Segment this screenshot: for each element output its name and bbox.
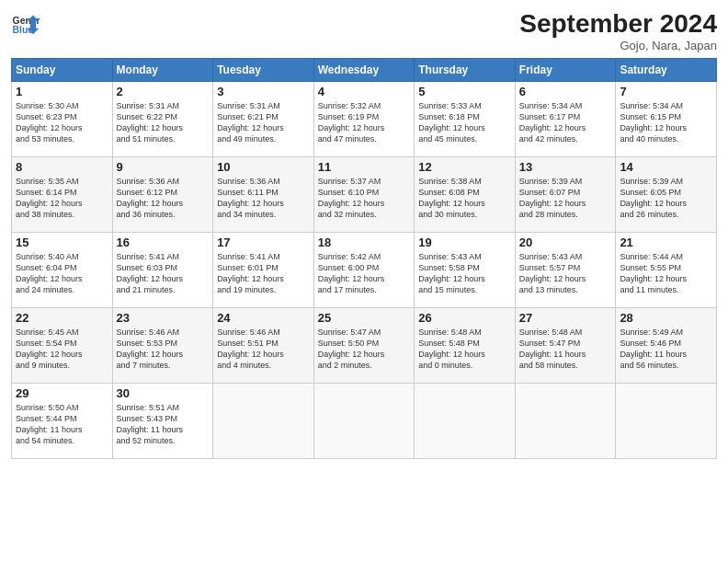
header-row: Sunday Monday Tuesday Wednesday Thursday… xyxy=(12,59,717,82)
calendar-week-2: 8Sunrise: 5:35 AMSunset: 6:14 PMDaylight… xyxy=(12,157,717,233)
table-row: 6Sunrise: 5:34 AMSunset: 6:17 PMDaylight… xyxy=(515,82,616,157)
cell-content: Sunrise: 5:36 AMSunset: 6:12 PMDaylight:… xyxy=(117,176,210,221)
table-row: 25Sunrise: 5:47 AMSunset: 5:50 PMDayligh… xyxy=(313,308,415,384)
table-row: 2Sunrise: 5:31 AMSunset: 6:22 PMDaylight… xyxy=(112,82,213,157)
table-row: 11Sunrise: 5:37 AMSunset: 6:10 PMDayligh… xyxy=(313,157,415,233)
day-number: 23 xyxy=(117,311,210,325)
table-row: 3Sunrise: 5:31 AMSunset: 6:21 PMDaylight… xyxy=(213,82,314,157)
table-row: 4Sunrise: 5:32 AMSunset: 6:19 PMDaylight… xyxy=(313,82,415,157)
table-row xyxy=(213,384,314,459)
table-row: 27Sunrise: 5:48 AMSunset: 5:47 PMDayligh… xyxy=(515,308,616,384)
day-number: 30 xyxy=(117,386,210,400)
table-row xyxy=(515,384,616,459)
col-thursday: Thursday xyxy=(415,59,516,82)
day-number: 20 xyxy=(519,236,612,249)
table-row: 28Sunrise: 5:49 AMSunset: 5:46 PMDayligh… xyxy=(616,308,717,384)
day-number: 5 xyxy=(418,85,511,98)
table-row: 5Sunrise: 5:33 AMSunset: 6:18 PMDaylight… xyxy=(415,82,516,157)
cell-content: Sunrise: 5:33 AMSunset: 6:18 PMDaylight:… xyxy=(418,100,511,145)
cell-content: Sunrise: 5:42 AMSunset: 6:00 PMDaylight:… xyxy=(318,251,411,296)
cell-content: Sunrise: 5:39 AMSunset: 6:07 PMDaylight:… xyxy=(519,176,612,221)
table-row: 13Sunrise: 5:39 AMSunset: 6:07 PMDayligh… xyxy=(515,157,616,233)
col-monday: Monday xyxy=(112,59,213,82)
day-number: 14 xyxy=(620,160,712,174)
table-row: 14Sunrise: 5:39 AMSunset: 6:05 PMDayligh… xyxy=(616,157,717,233)
cell-content: Sunrise: 5:50 AMSunset: 5:44 PMDaylight:… xyxy=(16,402,108,447)
cell-content: Sunrise: 5:36 AMSunset: 6:11 PMDaylight:… xyxy=(217,176,310,221)
col-friday: Friday xyxy=(515,59,616,82)
table-row: 12Sunrise: 5:38 AMSunset: 6:08 PMDayligh… xyxy=(415,157,516,233)
day-number: 29 xyxy=(16,386,108,400)
calendar-week-1: 1Sunrise: 5:30 AMSunset: 6:23 PMDaylight… xyxy=(12,82,717,157)
table-row: 16Sunrise: 5:41 AMSunset: 6:03 PMDayligh… xyxy=(112,233,213,308)
day-number: 16 xyxy=(117,236,210,249)
cell-content: Sunrise: 5:34 AMSunset: 6:15 PMDaylight:… xyxy=(620,100,712,145)
day-number: 4 xyxy=(318,85,411,98)
day-number: 1 xyxy=(16,85,108,98)
day-number: 8 xyxy=(16,160,108,174)
table-row: 15Sunrise: 5:40 AMSunset: 6:04 PMDayligh… xyxy=(12,233,113,308)
cell-content: Sunrise: 5:31 AMSunset: 6:21 PMDaylight:… xyxy=(217,100,310,145)
month-title: September 2024 xyxy=(519,9,717,39)
table-row: 30Sunrise: 5:51 AMSunset: 5:43 PMDayligh… xyxy=(112,384,213,459)
table-row: 19Sunrise: 5:43 AMSunset: 5:58 PMDayligh… xyxy=(415,233,516,308)
table-row: 24Sunrise: 5:46 AMSunset: 5:51 PMDayligh… xyxy=(213,308,314,384)
day-number: 24 xyxy=(217,311,310,325)
day-number: 26 xyxy=(418,311,511,325)
table-row: 21Sunrise: 5:44 AMSunset: 5:55 PMDayligh… xyxy=(616,233,717,308)
col-tuesday: Tuesday xyxy=(213,59,314,82)
logo-icon: General Blue xyxy=(11,9,40,39)
cell-content: Sunrise: 5:43 AMSunset: 5:57 PMDaylight:… xyxy=(519,251,612,296)
page-container: General Blue September 2024 Gojo, Nara, … xyxy=(0,0,728,468)
day-number: 22 xyxy=(16,311,108,325)
cell-content: Sunrise: 5:46 AMSunset: 5:53 PMDaylight:… xyxy=(117,327,210,372)
day-number: 3 xyxy=(217,85,310,98)
day-number: 15 xyxy=(16,236,108,249)
day-number: 17 xyxy=(217,236,310,249)
table-row xyxy=(313,384,415,459)
cell-content: Sunrise: 5:44 AMSunset: 5:55 PMDaylight:… xyxy=(620,251,712,296)
cell-content: Sunrise: 5:40 AMSunset: 6:04 PMDaylight:… xyxy=(16,251,108,296)
table-row: 29Sunrise: 5:50 AMSunset: 5:44 PMDayligh… xyxy=(12,384,113,459)
col-sunday: Sunday xyxy=(12,59,113,82)
cell-content: Sunrise: 5:49 AMSunset: 5:46 PMDaylight:… xyxy=(620,327,712,372)
table-row: 26Sunrise: 5:48 AMSunset: 5:48 PMDayligh… xyxy=(415,308,516,384)
cell-content: Sunrise: 5:34 AMSunset: 6:17 PMDaylight:… xyxy=(519,100,612,145)
logo: General Blue xyxy=(11,9,40,39)
table-row: 9Sunrise: 5:36 AMSunset: 6:12 PMDaylight… xyxy=(112,157,213,233)
day-number: 2 xyxy=(117,85,210,98)
day-number: 10 xyxy=(217,160,310,174)
cell-content: Sunrise: 5:41 AMSunset: 6:03 PMDaylight:… xyxy=(117,251,210,296)
table-row: 17Sunrise: 5:41 AMSunset: 6:01 PMDayligh… xyxy=(213,233,314,308)
table-row: 23Sunrise: 5:46 AMSunset: 5:53 PMDayligh… xyxy=(112,308,213,384)
cell-content: Sunrise: 5:31 AMSunset: 6:22 PMDaylight:… xyxy=(117,100,210,145)
table-row: 1Sunrise: 5:30 AMSunset: 6:23 PMDaylight… xyxy=(12,82,113,157)
day-number: 13 xyxy=(519,160,612,174)
cell-content: Sunrise: 5:32 AMSunset: 6:19 PMDaylight:… xyxy=(318,100,411,145)
day-number: 19 xyxy=(418,236,511,249)
cell-content: Sunrise: 5:38 AMSunset: 6:08 PMDaylight:… xyxy=(418,176,511,221)
calendar-week-4: 22Sunrise: 5:45 AMSunset: 5:54 PMDayligh… xyxy=(12,308,717,384)
header: General Blue September 2024 Gojo, Nara, … xyxy=(11,9,717,52)
cell-content: Sunrise: 5:43 AMSunset: 5:58 PMDaylight:… xyxy=(418,251,511,296)
cell-content: Sunrise: 5:46 AMSunset: 5:51 PMDaylight:… xyxy=(217,327,310,372)
table-row: 18Sunrise: 5:42 AMSunset: 6:00 PMDayligh… xyxy=(313,233,415,308)
cell-content: Sunrise: 5:48 AMSunset: 5:48 PMDaylight:… xyxy=(418,327,511,372)
cell-content: Sunrise: 5:51 AMSunset: 5:43 PMDaylight:… xyxy=(117,402,210,447)
cell-content: Sunrise: 5:35 AMSunset: 6:14 PMDaylight:… xyxy=(16,176,108,221)
day-number: 25 xyxy=(318,311,411,325)
table-row: 8Sunrise: 5:35 AMSunset: 6:14 PMDaylight… xyxy=(12,157,113,233)
cell-content: Sunrise: 5:39 AMSunset: 6:05 PMDaylight:… xyxy=(620,176,712,221)
calendar-table: Sunday Monday Tuesday Wednesday Thursday… xyxy=(11,58,717,459)
day-number: 18 xyxy=(318,236,411,249)
day-number: 12 xyxy=(418,160,511,174)
table-row: 7Sunrise: 5:34 AMSunset: 6:15 PMDaylight… xyxy=(616,82,717,157)
title-block: September 2024 Gojo, Nara, Japan xyxy=(519,9,717,52)
calendar-week-5: 29Sunrise: 5:50 AMSunset: 5:44 PMDayligh… xyxy=(12,384,717,459)
day-number: 6 xyxy=(519,85,612,98)
cell-content: Sunrise: 5:37 AMSunset: 6:10 PMDaylight:… xyxy=(318,176,411,221)
col-wednesday: Wednesday xyxy=(313,59,415,82)
table-row xyxy=(415,384,516,459)
day-number: 21 xyxy=(620,236,712,249)
location-subtitle: Gojo, Nara, Japan xyxy=(519,39,717,52)
